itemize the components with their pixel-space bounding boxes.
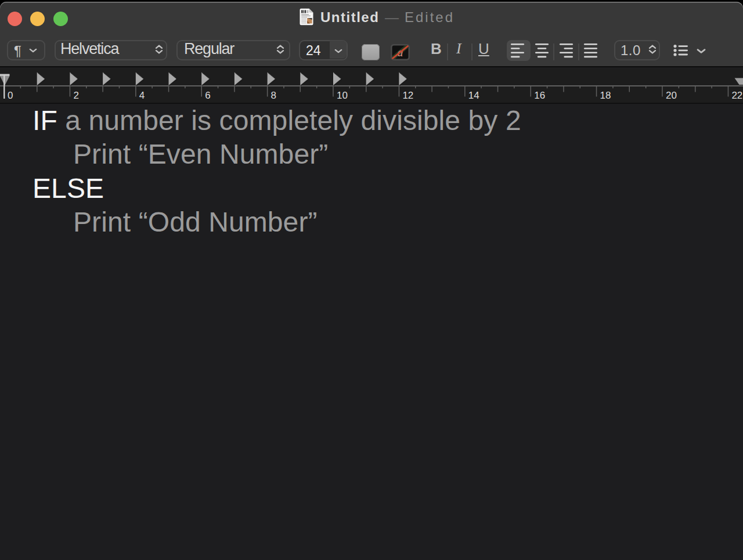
svg-text:4: 4 <box>139 90 145 101</box>
svg-text:22: 22 <box>731 90 742 101</box>
svg-text:18: 18 <box>600 90 611 101</box>
svg-text:14: 14 <box>468 90 479 101</box>
svg-text:12: 12 <box>402 90 413 101</box>
svg-text:20: 20 <box>666 90 677 101</box>
svg-text:10: 10 <box>337 90 348 101</box>
svg-text:6: 6 <box>205 90 210 101</box>
svg-text:2: 2 <box>73 90 78 101</box>
svg-text:8: 8 <box>271 90 276 101</box>
svg-text:0: 0 <box>8 90 13 101</box>
svg-text:16: 16 <box>534 90 545 101</box>
